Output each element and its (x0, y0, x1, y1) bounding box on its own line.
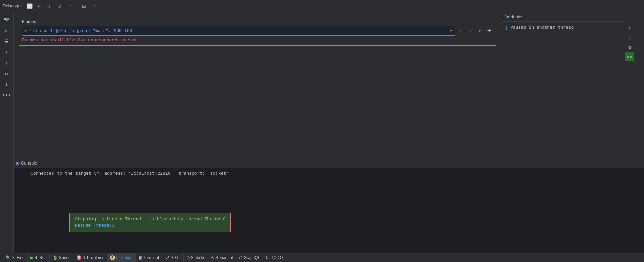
thread-selector-row: ▶ "Thread-1"@675 in group "main": MONITO… (19, 25, 496, 36)
rerun-btn[interactable]: ↩ (36, 2, 44, 10)
todo-icon: ☑ (266, 255, 270, 260)
console-title: Console (21, 160, 37, 166)
frames-error-message: Frames not available for unsuspended thr… (19, 36, 496, 45)
status-git[interactable]: ⎇ 9: Git (162, 253, 184, 262)
frames-toggle-btn[interactable]: ⬜ (25, 2, 34, 10)
problems-badge: 0 (77, 255, 81, 260)
step-into-btn[interactable]: ↙ (56, 2, 64, 10)
git-icon: ⎇ (165, 255, 169, 260)
status-find[interactable]: 🔍 3: Find (3, 253, 28, 262)
dropdown-arrow-icon: ▾ (450, 28, 452, 34)
sidebar-download-icon[interactable]: ⬇ (2, 80, 12, 89)
filter-btn[interactable]: ▼ (476, 27, 484, 35)
sidebar-list-icon[interactable]: ☰ (2, 37, 12, 46)
frames-panel-wrapper: Frames ▶ "Thread-1"@675 in group "main":… (14, 12, 502, 63)
view-btn[interactable]: ⊞ (80, 2, 88, 10)
sidebar-up-icon[interactable]: ↑ (2, 47, 12, 57)
debugger-label: Debugger (3, 3, 22, 8)
git-label: 9: Git (171, 255, 181, 260)
frames-header: Frames (19, 18, 496, 25)
variables-panel: Variables ℹ Paused in another thread (502, 12, 624, 63)
list-btn[interactable]: ≡ (90, 2, 98, 10)
center-area: Frames ▶ "Thread-1"@675 in group "main":… (14, 12, 644, 253)
console-section: ▣ Console Connected to the target VM, ad… (14, 158, 644, 253)
status-problems[interactable]: 0 6: Problems (74, 253, 107, 262)
status-todo[interactable]: ☑ TODO (263, 253, 286, 262)
frames-empty-area (14, 63, 644, 158)
run-icon: ▶ (30, 255, 34, 260)
paused-message: Paused in another thread (510, 25, 574, 30)
status-terminal[interactable]: ▣ Terminal (136, 253, 162, 262)
statistic-label: Statistic (191, 255, 205, 260)
status-sonarlint[interactable]: ⊗ SonarLint (208, 253, 236, 262)
graphql-icon: ⬡ (239, 255, 242, 260)
sidebar-stack-icon[interactable]: ⊟ (2, 69, 12, 79)
find-icon: 🔍 (6, 255, 11, 260)
debug-badge: 4 (110, 255, 115, 260)
info-icon: ℹ (505, 25, 507, 32)
status-bar: 🔍 3: Find ▶ 4: Run 🍃 Spring 0 6: Problem… (0, 253, 644, 262)
sidebar-pencil-icon[interactable]: ✏️ (2, 26, 12, 35)
todo-label: TODO (271, 255, 283, 260)
resume-thread-link[interactable]: Resume Thread-0 (75, 223, 115, 228)
find-label: 3: Find (12, 255, 25, 260)
status-run[interactable]: ▶ 4: Run (28, 253, 50, 262)
status-spring[interactable]: 🍃 Spring (50, 253, 74, 262)
toolbar-sep1 (77, 3, 77, 9)
sidebar-more-icon[interactable]: ••• (2, 91, 12, 100)
step-over-btn[interactable]: ↓ (46, 2, 54, 10)
left-sidebar: 📷 ✏️ ☰ ↑ ↓ ⊟ ⬇ ••• (0, 12, 14, 253)
side-green-btn[interactable]: ▶▶ (625, 52, 634, 61)
problems-label: 6: Problems (83, 255, 104, 260)
console-icon: ▣ (16, 160, 19, 166)
thread-up-btn[interactable]: ↑ (457, 27, 465, 35)
sidebar-down-icon[interactable]: ↓ (2, 58, 12, 68)
main-content: 📷 ✏️ ☰ ↑ ↓ ⊟ ⬇ ••• Frames ▶ "Thread-1"@6… (0, 12, 644, 253)
status-debug[interactable]: 4 5: Debug (107, 253, 136, 262)
thread-dropdown[interactable]: ▶ "Thread-1"@675 in group "main": MONITO… (22, 26, 455, 36)
debugger-toolbar: Debugger ⬜ ↩ ↓ ↙ ↑ ⊞ ≡ (0, 0, 644, 12)
sidebar-camera-icon[interactable]: 📷 (2, 15, 12, 24)
variables-content: ℹ Paused in another thread (502, 22, 624, 36)
side-minus-btn[interactable]: − (625, 14, 634, 23)
status-graphql[interactable]: ⬡ GraphQL (236, 253, 263, 262)
console-line-1: Connected to the target VM, address: 'lo… (30, 170, 641, 177)
popup-line1: Stepping in thread Thread-1 is blocked b… (75, 217, 226, 222)
console-output[interactable]: Connected to the target VM, address: 'lo… (14, 168, 644, 253)
side-copy-btn[interactable]: ⧉ (625, 43, 634, 51)
thread-down-btn[interactable]: ↓ (466, 27, 474, 35)
top-section: Frames ▶ "Thread-1"@675 in group "main":… (14, 12, 644, 63)
statistic-icon: ◷ (186, 255, 190, 260)
spring-icon: 🍃 (53, 255, 58, 260)
side-down-btn[interactable]: ↓ (625, 33, 634, 42)
step-out-btn[interactable]: ↑ (66, 2, 74, 10)
run-label: 4: Run (35, 255, 47, 260)
spring-label: Spring (59, 255, 71, 260)
console-header: ▣ Console (14, 158, 644, 168)
right-panel-area: Variables ℹ Paused in another thread − ↑… (502, 12, 644, 63)
sonarlint-icon: ⊗ (211, 255, 214, 260)
status-statistic[interactable]: ◷ Statistic (184, 253, 208, 262)
thread-label: "Thread-1"@675 in group "main": MONITOR (29, 28, 132, 34)
thread-play-icon: ▶ (25, 29, 27, 33)
side-up-btn[interactable]: ↑ (625, 24, 634, 32)
terminal-icon: ▣ (138, 255, 142, 260)
variables-header: Variables (502, 12, 624, 22)
terminal-label: Terminal (143, 255, 159, 260)
debug-label: 5: Debug (116, 255, 133, 260)
add-btn[interactable]: + (485, 27, 493, 35)
popup-notification: Stepping in thread Thread-1 is blocked b… (69, 213, 231, 232)
frames-panel: Frames ▶ "Thread-1"@675 in group "main":… (19, 18, 496, 46)
sonarlint-label: SonarLint (216, 255, 233, 260)
graphql-label: GraphQL (244, 255, 260, 260)
right-side-buttons: − ↑ ↓ ⧉ ▶▶ (624, 12, 636, 63)
